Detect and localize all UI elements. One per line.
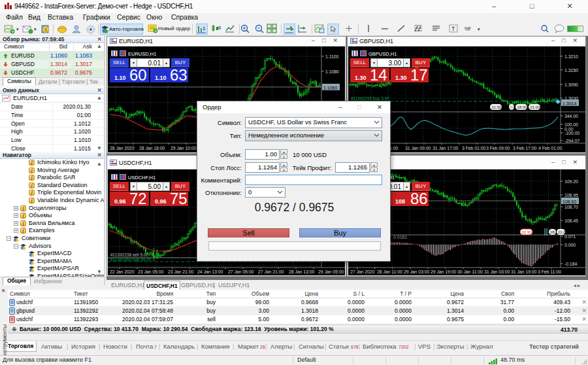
svg-text:3 Feb 11:00: 3 Feb 11:00 xyxy=(538,269,561,274)
svg-text:#11391950 buy 99.00: #11391950 buy 99.00 xyxy=(110,257,152,262)
svg-text:1.1100: 1.1100 xyxy=(325,54,338,59)
svg-text:29 Jan 10:00: 29 Jan 10:00 xyxy=(171,146,196,150)
svg-text:-100.00: -100.00 xyxy=(564,131,580,135)
svg-text:18:30: 18:30 xyxy=(517,105,528,109)
svg-text:31 Jan 09:00: 31 Jan 09:00 xyxy=(405,146,431,150)
svg-text:27 Jan 21:00: 27 Jan 21:00 xyxy=(258,269,284,274)
svg-text:3 Feb 17:00: 3 Feb 17:00 xyxy=(513,146,536,150)
svg-text:22 Jan 2020: 22 Jan 2020 xyxy=(110,269,135,274)
svg-text:l l: l l xyxy=(511,105,514,109)
svg-text:23 Jan 21:00: 23 Jan 21:00 xyxy=(168,269,193,274)
svg-text:31 Jan 19:00: 31 Jan 19:00 xyxy=(511,269,536,274)
svg-text:3 Feb 01:00: 3 Feb 01:00 xyxy=(462,146,485,150)
svg-text:29 Jan 03:00: 29 Jan 03:00 xyxy=(404,269,429,274)
svg-text:+: + xyxy=(11,29,14,34)
svg-text:3 Feb 09:00: 3 Feb 09:00 xyxy=(486,146,510,150)
svg-text:1.1080: 1.1080 xyxy=(325,69,339,74)
svg-text:0.071: 0.071 xyxy=(564,234,576,239)
svg-text:27 Jan 2020: 27 Jan 2020 xyxy=(350,269,375,274)
svg-text:1.3150: 1.3150 xyxy=(564,68,578,73)
svg-text:109.20: 109.20 xyxy=(564,179,578,184)
svg-text:29 Jan 19:00: 29 Jan 19:00 xyxy=(431,269,456,274)
svg-text:21:00: 21:00 xyxy=(531,105,541,109)
svg-text:28 Jan 11:00: 28 Jan 11:00 xyxy=(377,269,402,274)
svg-text:1.1060: 1.1060 xyxy=(323,86,338,90)
svg-text:108.83: 108.83 xyxy=(563,200,577,204)
svg-text:11:30: 11:30 xyxy=(492,105,502,109)
svg-text:28 Jan 18:00: 28 Jan 18:00 xyxy=(139,146,165,150)
svg-text:29 Jan 05:00: 29 Jan 05:00 xyxy=(318,269,344,274)
svg-text:28 Jan 2020: 28 Jan 2020 xyxy=(110,146,135,150)
svg-text:02:30: 02:30 xyxy=(522,230,532,234)
svg-text:#11392238 sell 5.00: #11392238 sell 5.00 xyxy=(110,252,148,257)
svg-text:-294.07: -294.07 xyxy=(564,139,580,143)
svg-text:23 Jan 05:00: 23 Jan 05:00 xyxy=(138,269,163,274)
svg-text:31 Jan 17:00: 31 Jan 17:00 xyxy=(433,146,458,150)
svg-text:24 Jan 13:00: 24 Jan 13:00 xyxy=(197,269,223,274)
svg-text:21:0: 21:0 xyxy=(558,230,566,234)
svg-text:0.000: 0.000 xyxy=(564,243,576,247)
svg-text:1: 1 xyxy=(203,26,206,31)
svg-text:-0.184: -0.184 xyxy=(564,262,577,266)
svg-text:27 Jan 05:00: 27 Jan 05:00 xyxy=(228,269,253,274)
svg-text:31 Jan 03:00: 31 Jan 03:00 xyxy=(484,269,510,274)
svg-text:$: $ xyxy=(44,27,48,33)
svg-text:108.70: 108.70 xyxy=(564,205,578,209)
svg-text:1.3090: 1.3090 xyxy=(564,82,578,87)
svg-text:0.0181: 0.0181 xyxy=(393,235,408,239)
svg-text:T: T xyxy=(451,26,455,32)
svg-text:+: + xyxy=(154,29,157,33)
svg-text:4 Feb 01:00: 4 Feb 01:00 xyxy=(538,146,562,150)
svg-text:108.95: 108.95 xyxy=(564,193,578,198)
svg-text:30 Jan 11:00: 30 Jan 11:00 xyxy=(457,269,483,274)
svg-text:1.3014: 1.3014 xyxy=(563,101,577,106)
svg-text:344.00: 344.00 xyxy=(564,114,578,118)
svg-text:28 Jan 13:00: 28 Jan 13:00 xyxy=(289,269,314,274)
svg-text:18:: 18: xyxy=(550,230,556,234)
svg-text:108.45: 108.45 xyxy=(564,218,578,223)
svg-text:0: 0 xyxy=(218,25,221,31)
svg-text:1.3210: 1.3210 xyxy=(564,54,578,59)
svg-text:%ͤ: %ͤ xyxy=(465,26,471,32)
